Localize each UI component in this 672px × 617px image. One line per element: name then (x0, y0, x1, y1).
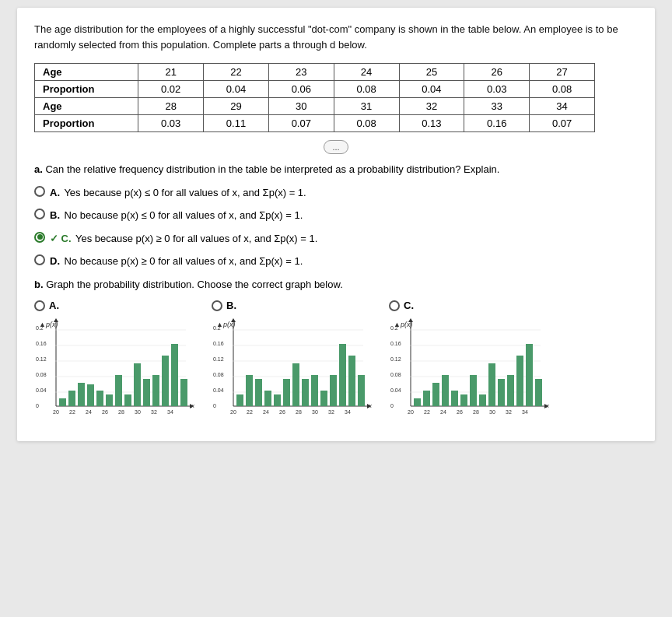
spacer3 (595, 98, 638, 115)
graph-C-header[interactable]: C. (389, 300, 414, 311)
svg-text:x: x (368, 402, 373, 409)
table-row: Proportion 0.03 0.11 0.07 0.08 0.13 0.16… (35, 115, 638, 132)
svg-rect-73 (320, 391, 327, 406)
graph-A-label: A. (49, 300, 59, 311)
svg-text:34: 34 (345, 409, 351, 415)
graph-option-A[interactable]: A. ▲p(x) 0 0.04 0.08 0 (34, 300, 198, 427)
svg-rect-28 (87, 384, 94, 406)
part-a-question: a. Can the relative frequency distributi… (34, 162, 638, 177)
svg-text:0.16: 0.16 (390, 341, 401, 346)
age-31: 31 (334, 98, 399, 115)
dots-button[interactable]: ... (324, 140, 348, 154)
svg-rect-116 (535, 379, 542, 406)
table-row: Proportion 0.02 0.04 0.06 0.08 0.04 0.03… (35, 81, 638, 98)
option-C-label: ✓ C. Yes because p(x) ≥ 0 for all values… (50, 231, 317, 247)
svg-rect-27 (78, 383, 85, 406)
svg-rect-69 (283, 379, 290, 406)
graph-option-C[interactable]: C. ▲p(x) 0 0.04 0.08 0.12 0.16 0.2 (389, 300, 552, 427)
svg-rect-35 (152, 375, 159, 406)
svg-text:20: 20 (408, 409, 414, 415)
radio-D[interactable] (34, 254, 45, 265)
svg-text:30: 30 (135, 409, 141, 415)
radio-graph-C[interactable] (389, 300, 400, 311)
svg-text:0.16: 0.16 (213, 341, 224, 346)
svg-rect-38 (180, 379, 187, 406)
svg-text:0.04: 0.04 (213, 387, 224, 393)
svg-rect-34 (143, 379, 150, 406)
option-A-label: A. Yes because p(x) ≤ 0 for all values o… (50, 185, 306, 201)
svg-rect-32 (124, 394, 131, 406)
radio-A[interactable] (34, 186, 45, 197)
svg-rect-76 (348, 356, 355, 406)
svg-text:20: 20 (230, 409, 236, 415)
svg-rect-25 (59, 398, 66, 406)
age-22: 22 (204, 64, 269, 81)
svg-text:22: 22 (424, 409, 430, 415)
part-a-section: a. Can the relative frequency distributi… (34, 162, 638, 269)
svg-rect-36 (162, 356, 169, 406)
prop-24: 0.08 (334, 81, 399, 98)
graph-C-label: C. (404, 300, 414, 311)
prop-31: 0.08 (334, 115, 399, 132)
svg-rect-108 (460, 394, 467, 406)
radio-C[interactable] (34, 232, 45, 243)
svg-text:0: 0 (36, 403, 39, 408)
radio-graph-A[interactable] (34, 300, 45, 311)
svg-text:28: 28 (473, 409, 479, 415)
part-b-label: b. (34, 279, 44, 290)
svg-text:20: 20 (53, 409, 59, 415)
svg-rect-66 (255, 379, 262, 406)
svg-text:24: 24 (86, 409, 92, 415)
prop-33: 0.16 (464, 115, 530, 132)
svg-rect-115 (526, 344, 533, 406)
radio-graph-B[interactable] (212, 300, 222, 311)
svg-text:0.12: 0.12 (213, 356, 224, 362)
svg-rect-71 (302, 379, 309, 406)
prop-23: 0.06 (268, 81, 334, 98)
age-24: 24 (334, 64, 399, 81)
svg-text:32: 32 (328, 409, 334, 415)
svg-text:0.2: 0.2 (213, 325, 221, 331)
spacer4 (595, 115, 638, 132)
option-A[interactable]: A. Yes because p(x) ≤ 0 for all values o… (34, 185, 638, 201)
svg-rect-110 (479, 394, 486, 406)
radio-B[interactable] (34, 209, 45, 219)
graph-A-header[interactable]: A. (34, 300, 59, 311)
svg-rect-64 (236, 394, 243, 406)
part-a-label: a. (34, 163, 43, 175)
svg-text:0.08: 0.08 (36, 372, 47, 377)
chart-C: ▲p(x) 0 0.04 0.08 0.12 0.16 0.2 (389, 314, 552, 427)
option-C[interactable]: ✓ C. Yes because p(x) ≥ 0 for all values… (34, 231, 638, 247)
graph-B-header[interactable]: B. (212, 300, 236, 311)
chart-B: ▲p(x) 0 0.04 0.08 0.12 0.16 0.2 (212, 314, 375, 427)
option-D[interactable]: D. No because p(x) ≥ 0 for all values of… (34, 254, 638, 269)
prop-27: 0.08 (530, 81, 595, 98)
graph-option-B[interactable]: B. ▲p(x) 0 0.04 0.08 0.12 0.16 0.2 (212, 300, 375, 427)
svg-rect-67 (264, 391, 271, 406)
option-D-label: D. No because p(x) ≥ 0 for all values of… (50, 254, 303, 269)
svg-rect-104 (423, 391, 430, 406)
age-29: 29 (204, 98, 269, 115)
svg-rect-106 (442, 375, 449, 406)
part-b-section: b. Graph the probability distribution. C… (34, 277, 638, 428)
option-B-label: B. No because p(x) ≤ 0 for all values of… (50, 208, 303, 223)
prop-22: 0.04 (204, 81, 269, 98)
svg-text:0: 0 (390, 403, 394, 408)
prop-header2: Proportion (35, 115, 138, 132)
age-30: 30 (268, 98, 334, 115)
chart-A: ▲p(x) 0 0.04 0.08 0.12 0.16 0.2 (34, 314, 198, 427)
svg-rect-105 (432, 383, 439, 406)
main-page: The age distribution for the employees o… (17, 8, 655, 441)
prop-header: Proportion (35, 81, 138, 98)
svg-text:30: 30 (489, 409, 495, 415)
svg-text:0.2: 0.2 (36, 325, 44, 331)
option-B[interactable]: B. No because p(x) ≤ 0 for all values of… (34, 208, 638, 223)
svg-text:0: 0 (213, 403, 216, 408)
svg-text:30: 30 (312, 409, 318, 415)
prop-21: 0.02 (138, 81, 204, 98)
table-row: Age 21 22 23 24 25 26 27 (35, 64, 638, 81)
prop-28: 0.03 (138, 115, 204, 132)
svg-rect-113 (507, 375, 514, 406)
part-b-question: b. Graph the probability distribution. C… (34, 277, 638, 293)
svg-text:24: 24 (263, 409, 269, 415)
